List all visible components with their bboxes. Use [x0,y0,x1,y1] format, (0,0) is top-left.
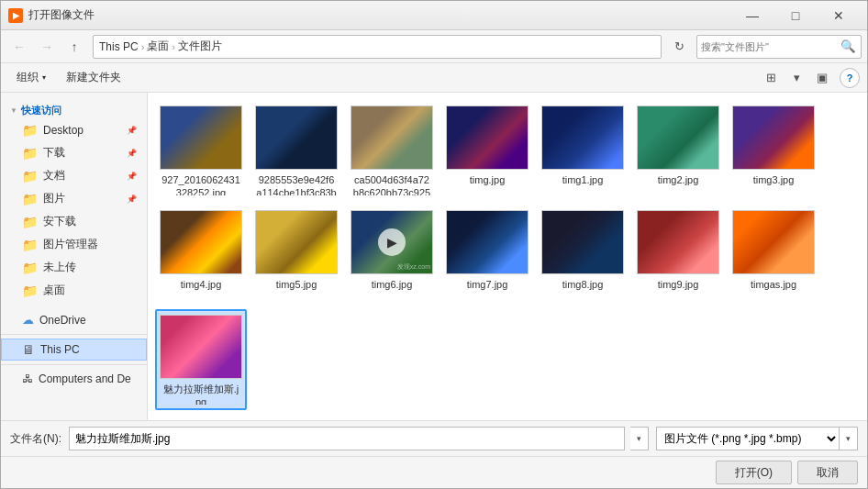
file-name-label: timg2.jpg [658,173,699,186]
list-item[interactable]: timg2.jpg [632,100,724,201]
list-item[interactable]: timg3.jpg [728,100,819,201]
close-button[interactable]: ✕ [818,1,860,30]
sidebar-item-desk2[interactable]: 📁 桌面 [1,279,147,302]
filename-dropdown[interactable]: ▾ [630,427,649,450]
list-item[interactable]: 9285553e9e42f6a114cbe1bf3c83b861.jpg [250,100,342,201]
quick-access-title[interactable]: 快速访问 [1,100,147,119]
list-item[interactable]: timg7.jpg [441,205,533,306]
pane-button[interactable]: ▣ [810,67,834,89]
breadcrumb-desktop[interactable]: 桌面 [147,39,169,54]
file-name-label: timg7.jpg [467,278,508,291]
navigation-toolbar: ← → ↑ This PC › 桌面 › 文件图片 ↻ 🔍 [1,30,867,63]
file-grid: 927_2016062431328252.jpg9285553e9e42f6a1… [148,93,867,420]
cloud-icon: ☁ [22,313,34,327]
cancel-button[interactable]: 取消 [797,461,858,484]
breadcrumb: This PC › 桌面 › 文件图片 [99,39,655,54]
breadcrumb-current[interactable]: 文件图片 [178,39,222,54]
file-name-label: 9285553e9e42f6a114cbe1bf3c83b861.jpg [256,173,337,195]
view-controls: ⊞ ▾ ▣ ? [759,67,860,89]
file-name-label: timg4.jpg [181,278,222,291]
view-toggle-button[interactable]: ⊞ [759,67,783,89]
sidebar-item-pictures[interactable]: 📁 图片 📌 [1,187,147,210]
sidebar-item-onedrive[interactable]: ☁ OneDrive [1,309,147,330]
network-icon: 🖧 [22,372,33,385]
folder-icon: 📁 [22,123,38,138]
file-name-label: timg1.jpg [562,173,604,186]
file-name-label: timg9.jpg [658,278,699,291]
search-button[interactable]: 🔍 [839,38,857,56]
up-button[interactable]: ↑ [61,35,87,59]
file-name-label: timg5.jpg [276,278,317,291]
forward-button[interactable]: → [34,35,60,59]
back-button[interactable]: ← [6,35,32,59]
sidebar-item-picmanager[interactable]: 📁 图片管理器 [1,233,147,256]
filename-label: 文件名(N): [10,431,61,447]
search-bar: 🔍 [696,35,862,59]
filename-input-wrapper: ▾ [69,427,649,450]
address-bar[interactable]: This PC › 桌面 › 文件图片 [93,35,662,59]
list-item[interactable]: timg.jpg [441,100,533,201]
view-arrow-button[interactable]: ▾ [785,67,808,89]
list-item[interactable]: 927_2016062431328252.jpg [155,100,247,201]
pin-icon: 📌 [127,126,137,135]
file-name-label: timg3.jpg [753,173,795,186]
action-bar: 打开(O) 取消 [1,456,867,488]
list-item[interactable]: timg9.jpg [632,205,724,306]
help-button[interactable]: ? [840,68,860,88]
sidebar-item-unpublished[interactable]: 📁 未上传 [1,256,147,279]
new-folder-button[interactable]: 新建文件夹 [58,67,129,89]
pc-icon: 🖥 [22,342,35,357]
sidebar-item-computers[interactable]: 🖧 Computers and De [1,369,147,389]
file-name-label: 魅力拉斯维加斯.jpg [161,383,241,405]
list-item[interactable]: timg1.jpg [537,100,629,201]
sidebar-item-andown[interactable]: 📁 安下载 [1,210,147,233]
content-area: 快速访问 📁 Desktop 📌 📁 下载 📌 📁 文档 📌 📁 图片 📌 [1,93,867,420]
filetype-dropdown[interactable]: ▾ [840,427,858,450]
minimize-button[interactable]: — [731,1,773,30]
sidebar-item-desktop[interactable]: 📁 Desktop 📌 [1,119,147,141]
sidebar-item-documents[interactable]: 📁 文档 📌 [1,164,147,187]
list-item[interactable]: 魅力拉斯维加斯.jpg [155,309,247,410]
maximize-button[interactable]: □ [774,1,817,30]
sidebar: 快速访问 📁 Desktop 📌 📁 下载 📌 📁 文档 📌 📁 图片 📌 [1,93,148,420]
list-item[interactable]: timg4.jpg [155,205,247,306]
list-item[interactable]: timg8.jpg [537,205,629,306]
folder-icon: 📁 [22,215,38,229]
pin-icon: 📌 [127,172,137,181]
open-button[interactable]: 打开(O) [716,461,792,484]
refresh-button[interactable]: ↻ [667,35,691,59]
app-icon: ▶ [8,8,23,23]
sidebar-item-downloads[interactable]: 📁 下载 📌 [1,141,147,164]
filetype-select[interactable]: 图片文件 (*.png *.jpg *.bmp) [656,427,840,450]
list-item[interactable]: timgas.jpg [728,205,819,306]
folder-icon: 📁 [22,261,38,275]
file-name-label: timg8.jpg [562,278,604,291]
file-name-label: 927_2016062431328252.jpg [161,173,241,195]
sub-toolbar: 组织 ▾ 新建文件夹 ⊞ ▾ ▣ ? [1,63,867,93]
file-name-label: timg.jpg [470,173,506,186]
window-controls: — □ ✕ [731,1,860,30]
breadcrumb-thispc[interactable]: This PC [99,40,139,53]
folder-icon: 📁 [22,192,38,206]
filename-input[interactable] [69,427,625,450]
sidebar-item-thispc[interactable]: 🖥 This PC [1,339,147,361]
organize-button[interactable]: 组织 ▾ [8,67,54,89]
list-item[interactable]: timg5.jpg [250,205,342,306]
filename-bar: 文件名(N): ▾ 图片文件 (*.png *.jpg *.bmp) ▾ [1,420,867,456]
pin-icon: 📌 [127,149,137,158]
folder-icon: 📁 [22,169,38,183]
file-name-label: timg6.jpg [372,278,413,291]
window: ▶ 打开图像文件 — □ ✕ ← → ↑ This PC › 桌面 › 文件图片… [0,0,868,489]
list-item[interactable]: ▶发现xz.comtimg6.jpg [346,205,438,306]
folder-icon: 📁 [22,283,38,298]
title-bar: ▶ 打开图像文件 — □ ✕ [1,1,867,30]
search-input[interactable] [701,41,839,52]
window-title: 打开图像文件 [28,7,731,23]
filetype-wrapper: 图片文件 (*.png *.jpg *.bmp) ▾ [656,427,858,450]
file-name-label: timgas.jpg [751,278,796,291]
file-name-label: ca5004d63f4a72b8c620bb73c925179f.jpg [351,173,432,195]
folder-icon: 📁 [22,146,38,161]
folder-icon: 📁 [22,238,38,252]
pin-icon: 📌 [127,194,137,204]
list-item[interactable]: ca5004d63f4a72b8c620bb73c925179f.jpg [346,100,438,201]
